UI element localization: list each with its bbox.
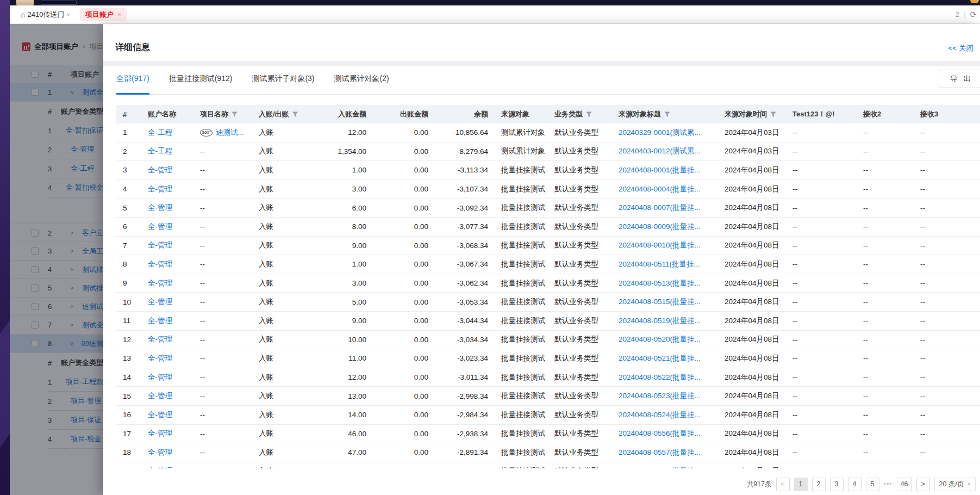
cell-text: -- bbox=[200, 166, 205, 174]
source-title-link[interactable]: 20240408-0001(批量挂... bbox=[619, 165, 701, 175]
export-button[interactable]: 导 出 bbox=[939, 70, 980, 88]
account-name-link[interactable]: 全-管理 bbox=[148, 466, 172, 468]
avatar[interactable] bbox=[16, 0, 34, 5]
cell-idx: 5 bbox=[116, 204, 141, 212]
drawer-tab[interactable]: 全部(917) bbox=[116, 74, 149, 95]
account-name-link[interactable]: 全-管理 bbox=[148, 203, 172, 213]
source-title-link[interactable]: 20240408-0519(批量挂... bbox=[619, 316, 701, 326]
source-title-link[interactable]: 20240408-0523(批量挂... bbox=[619, 391, 701, 401]
cell-text: 默认业务类型 bbox=[554, 184, 598, 194]
account-name-link[interactable]: 全-管理 bbox=[148, 259, 172, 269]
source-title-link[interactable]: 20240408-0558(批量挂... bbox=[619, 466, 701, 468]
filter-icon[interactable] bbox=[586, 112, 592, 117]
drawer-close-link[interactable]: << 关闭 bbox=[948, 44, 973, 53]
close-tab-icon[interactable]: × bbox=[117, 11, 121, 18]
source-title-link[interactable]: 20240408-0556(批量挂... bbox=[619, 429, 701, 438]
page-button[interactable]: 2 bbox=[812, 478, 826, 491]
account-name-link[interactable]: 全-管理 bbox=[148, 222, 172, 232]
topbar-search-input[interactable] bbox=[41, 1, 77, 5]
column-header-recv2: 接收2 bbox=[857, 109, 914, 119]
page-button[interactable]: 3 bbox=[830, 478, 844, 491]
cell-outAmount: 0.00 bbox=[373, 222, 435, 231]
account-name-link[interactable]: 全-管理 bbox=[148, 165, 172, 175]
cell-text: -- bbox=[792, 373, 797, 381]
account-name-link[interactable]: 全-管理 bbox=[148, 354, 172, 363]
source-title-link[interactable]: 20240408-0511(批量挂... bbox=[619, 259, 700, 269]
prev-page-button[interactable]: < bbox=[776, 478, 790, 491]
source-title-link[interactable]: 20240408-0515(批量挂... bbox=[619, 297, 701, 307]
column-label: 接收3 bbox=[920, 109, 938, 119]
source-title-link[interactable]: 20240408-0004(批量挂... bbox=[619, 184, 701, 194]
account-name-link[interactable]: 全-管理 bbox=[148, 240, 172, 250]
page-ellipsis[interactable]: ••• bbox=[884, 480, 892, 488]
account-name-link[interactable]: 全-管理 bbox=[148, 316, 172, 326]
cell-outAmount: 0.00 bbox=[373, 185, 435, 193]
project-360-icon[interactable]: 360° bbox=[200, 129, 213, 137]
cell-text: 入账 bbox=[259, 335, 273, 344]
source-title-link[interactable]: 20240408-0557(批量挂... bbox=[619, 448, 701, 457]
filter-icon[interactable] bbox=[292, 112, 298, 117]
cell-text: 入账 bbox=[259, 146, 273, 156]
drawer-tab[interactable]: 批量挂接测试(912) bbox=[169, 74, 233, 95]
source-title-link[interactable]: 20240408-0513(批量挂... bbox=[619, 279, 701, 288]
source-title-link[interactable]: 20240403-0012(测试累... bbox=[619, 146, 701, 156]
cell-bizType: 默认业务类型 bbox=[548, 448, 612, 457]
cell-sourceTime: 2024年04月08日 bbox=[718, 466, 786, 468]
cell-direction: 入账 bbox=[252, 146, 309, 156]
cell-sourceTitle: 20240408-0519(批量挂... bbox=[612, 316, 718, 326]
cell-text: 默认业务类型 bbox=[554, 466, 598, 468]
column-header-idx: # bbox=[116, 110, 141, 119]
cell-account: 全-管理 bbox=[141, 259, 193, 269]
cell-text: -3,062.34 bbox=[457, 279, 488, 287]
page-button[interactable]: 1 bbox=[794, 478, 808, 491]
home-menu[interactable]: ⌂ 2410传送门 ∨ bbox=[21, 10, 70, 20]
cell-source: 批量挂接测试 bbox=[495, 184, 548, 194]
source-title-link[interactable]: 20240408-0520(批量挂... bbox=[619, 335, 701, 344]
cell-sourceTime: 2024年04月08日 bbox=[718, 279, 786, 288]
account-name-link[interactable]: 全-管理 bbox=[148, 429, 172, 438]
source-title-link[interactable]: 20240408-0521(批量挂... bbox=[619, 354, 701, 363]
drawer-tab[interactable]: 测试累计对象(2) bbox=[334, 74, 389, 95]
page-button[interactable]: 5 bbox=[866, 478, 879, 491]
account-name-link[interactable]: 全-管理 bbox=[148, 373, 172, 382]
source-title-link[interactable]: 20240408-0010(批量挂... bbox=[619, 240, 701, 250]
cell-text: 13.00 bbox=[348, 392, 366, 400]
cell-bizType: 默认业务类型 bbox=[548, 203, 612, 213]
account-name-link[interactable]: 全-管理 bbox=[148, 335, 172, 344]
page-button[interactable]: 4 bbox=[848, 478, 862, 491]
cell-text: 批量挂接测试 bbox=[501, 373, 545, 382]
refresh-icon[interactable]: ⟳ bbox=[970, 10, 977, 20]
account-name-link[interactable]: 全-管理 bbox=[148, 391, 172, 401]
account-name-link[interactable]: 全-工程 bbox=[148, 146, 172, 156]
cell-recv2: -- bbox=[857, 204, 914, 212]
cell-outAmount: 0.00 bbox=[373, 336, 435, 344]
source-title-link[interactable]: 20240329-0001(测试累... bbox=[619, 128, 701, 138]
cell-text: 默认业务类型 bbox=[554, 222, 598, 232]
tab-project-account[interactable]: 项目账户 × bbox=[80, 8, 127, 21]
account-name-link[interactable]: 全-管理 bbox=[148, 184, 172, 194]
cell-text: 13 bbox=[123, 354, 131, 362]
source-title-link[interactable]: 20240408-0524(批量挂... bbox=[619, 410, 701, 420]
source-title-link[interactable]: 20240408-0007(批量挂... bbox=[619, 203, 701, 213]
project-name-link[interactable]: 迪测试... bbox=[216, 128, 244, 138]
cell-bizType: 默认业务类型 bbox=[548, 279, 612, 288]
cell-text: 2024年04月08日 bbox=[725, 240, 779, 250]
cell-sourceTitle: 20240408-0511(批量挂... bbox=[612, 259, 718, 269]
account-name-link[interactable]: 全-管理 bbox=[148, 279, 172, 288]
account-name-link[interactable]: 全-管理 bbox=[148, 297, 172, 307]
page-size-select[interactable]: 20 条/页∨ bbox=[934, 478, 976, 491]
account-name-link[interactable]: 全-管理 bbox=[148, 448, 172, 457]
next-page-button[interactable]: > bbox=[916, 478, 930, 491]
cell-text: -- bbox=[792, 467, 797, 468]
account-name-link[interactable]: 全-工程 bbox=[148, 128, 172, 138]
filter-icon[interactable] bbox=[770, 112, 776, 117]
source-title-link[interactable]: 20240408-0522(批量挂... bbox=[619, 373, 701, 382]
drawer-tab[interactable]: 测试累计子对象(3) bbox=[252, 74, 314, 95]
page-button[interactable]: 46 bbox=[897, 478, 912, 491]
filter-icon[interactable] bbox=[232, 112, 238, 117]
drawer-mask[interactable] bbox=[10, 24, 103, 495]
source-title-link[interactable]: 20240408-0009(批量挂... bbox=[619, 222, 701, 232]
account-name-link[interactable]: 全-管理 bbox=[148, 410, 172, 420]
filter-icon[interactable] bbox=[664, 112, 670, 117]
cell-text: -- bbox=[863, 317, 868, 325]
